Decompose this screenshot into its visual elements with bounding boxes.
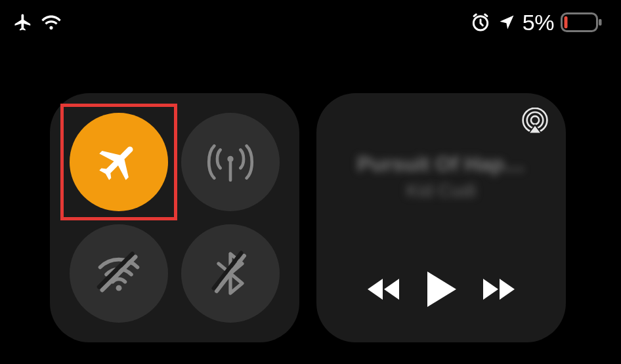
- cellular-data-toggle[interactable]: [181, 113, 280, 211]
- status-left: [13, 12, 62, 32]
- bluetooth-off-icon: [210, 250, 251, 297]
- wifi-toggle[interactable]: [70, 224, 168, 323]
- svg-point-11: [531, 116, 539, 124]
- media-info: Pursuit Of Hap… Kid Cudi: [332, 152, 550, 201]
- svg-point-6: [116, 285, 122, 291]
- connectivity-panel[interactable]: [50, 93, 299, 342]
- media-title: Pursuit Of Hap…: [332, 152, 550, 176]
- svg-line-10: [214, 253, 242, 289]
- battery-status-icon: [561, 12, 603, 32]
- wifi-status-icon: [41, 14, 62, 31]
- previous-track-button[interactable]: [366, 275, 404, 303]
- status-bar: 5%: [0, 0, 621, 45]
- svg-rect-2: [565, 16, 568, 28]
- airplane-mode-toggle[interactable]: [70, 113, 168, 211]
- wifi-off-icon: [94, 249, 144, 298]
- control-center-panels: Pursuit Of Hap… Kid Cudi: [50, 93, 566, 342]
- bluetooth-toggle[interactable]: [181, 224, 280, 323]
- play-button[interactable]: [425, 270, 458, 308]
- airplay-icon[interactable]: [521, 108, 549, 135]
- cellular-antenna-icon: [206, 138, 255, 186]
- connectivity-grid: [50, 93, 299, 342]
- media-artist: Kid Cudi: [332, 180, 550, 201]
- svg-rect-3: [599, 19, 602, 26]
- status-right: 5%: [470, 10, 603, 35]
- airplane-mode-status-icon: [13, 12, 33, 32]
- location-status-icon: [498, 13, 516, 31]
- media-controls: [332, 270, 550, 327]
- media-panel[interactable]: Pursuit Of Hap… Kid Cudi: [316, 93, 566, 342]
- airplane-icon: [95, 138, 142, 186]
- next-track-button[interactable]: [478, 275, 516, 303]
- battery-percent-label: 5%: [523, 10, 554, 35]
- alarm-status-icon: [470, 12, 491, 33]
